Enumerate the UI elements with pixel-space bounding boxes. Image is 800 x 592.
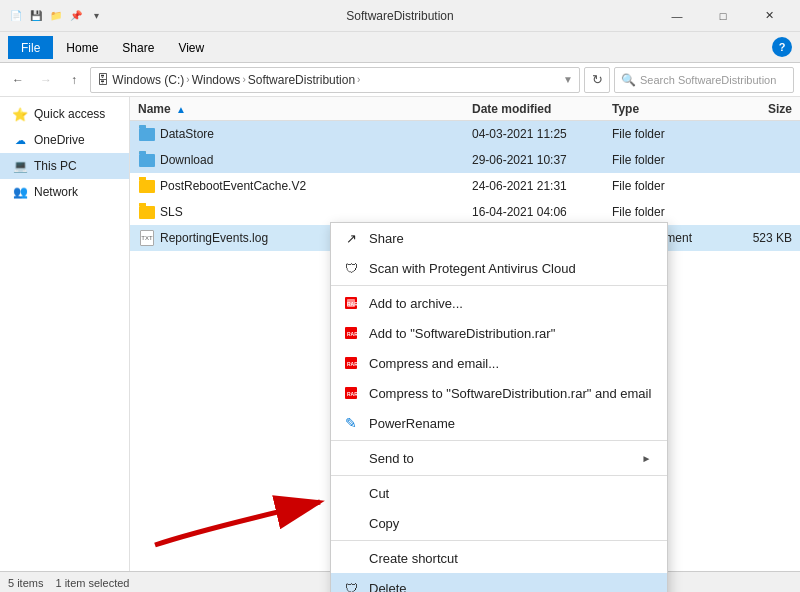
file-size: 523 KB (722, 231, 792, 245)
sidebar-label-quick-access: Quick access (34, 107, 105, 121)
ctx-create-shortcut[interactable]: Create shortcut (331, 543, 667, 573)
sidebar-label-this-pc: This PC (34, 159, 77, 173)
title-bar: 📄 💾 📁 📌 ▾ SoftwareDistribution — □ ✕ (0, 0, 800, 32)
sidebar-item-this-pc[interactable]: 💻 This PC (0, 153, 129, 179)
archive-icon: RAR (341, 293, 361, 313)
sidebar-item-network[interactable]: 👥 Network (0, 179, 129, 205)
powerrename-icon: ✎ (341, 413, 361, 433)
forward-button[interactable]: → (34, 68, 58, 92)
file-date: 04-03-2021 11:25 (472, 127, 612, 141)
ctx-powerrename-label: PowerRename (369, 416, 651, 431)
file-type: File folder (612, 153, 722, 167)
tab-file[interactable]: File (8, 36, 53, 59)
ctx-delete[interactable]: 🛡 Delete (331, 573, 667, 592)
sidebar: ⭐ Quick access ☁ OneDrive 💻 This PC 👥 Ne… (0, 97, 130, 571)
ribbon: File Home Share View ? (0, 32, 800, 63)
network-icon: 👥 (12, 184, 28, 200)
star-icon: ⭐ (12, 106, 28, 122)
col-header-date[interactable]: Date modified (472, 102, 612, 116)
refresh-button[interactable]: ↻ (584, 67, 610, 93)
ctx-copy[interactable]: Copy (331, 508, 667, 538)
compress-email-icon: RAR (341, 353, 361, 373)
file-type: File folder (612, 179, 722, 193)
item-count: 5 items (8, 577, 43, 589)
svg-text:RAR: RAR (347, 331, 358, 337)
breadcrumb: 🗄 Windows (C:) › Windows › SoftwareDistr… (97, 73, 360, 87)
shortcut-icon (341, 548, 361, 568)
ctx-add-rar-label: Add to "SoftwareDistribution.rar" (369, 326, 651, 341)
copy-icon (341, 513, 361, 533)
folder-icon (138, 177, 156, 195)
ctx-compress-email[interactable]: RAR Compress and email... (331, 348, 667, 378)
ctx-sep-3 (331, 475, 667, 476)
pc-icon: 💻 (12, 158, 28, 174)
file-name: SLS (160, 205, 472, 219)
share-icon: ↗ (341, 228, 361, 248)
ctx-copy-label: Copy (369, 516, 651, 531)
back-button[interactable]: ← (6, 68, 30, 92)
ctx-sep-4 (331, 540, 667, 541)
file-type: File folder (612, 205, 722, 219)
ctx-powerrename[interactable]: ✎ PowerRename (331, 408, 667, 438)
table-row[interactable]: Download 29-06-2021 10:37 File folder (130, 147, 800, 173)
txt-file-icon: TXT (138, 229, 156, 247)
ctx-scan[interactable]: 🛡 Scan with Protegent Antivirus Cloud (331, 253, 667, 283)
sort-indicator: ▲ (176, 104, 186, 115)
ctx-share-label: Share (369, 231, 651, 246)
address-dropdown-icon[interactable]: ▼ (563, 74, 573, 85)
address-row: ← → ↑ 🗄 Windows (C:) › Windows › Softwar… (0, 63, 800, 97)
table-row[interactable]: DataStore 04-03-2021 11:25 File folder (130, 121, 800, 147)
folder-icon (138, 125, 156, 143)
window-controls[interactable]: — □ ✕ (654, 0, 792, 32)
ctx-compress-rar-email[interactable]: RAR Compress to "SoftwareDistribution.ra… (331, 378, 667, 408)
sidebar-label-onedrive: OneDrive (34, 133, 85, 147)
col-header-name[interactable]: Name ▲ (138, 102, 472, 116)
ctx-create-shortcut-label: Create shortcut (369, 551, 651, 566)
selected-text: 1 item selected (55, 577, 129, 589)
sendto-icon (341, 448, 361, 468)
col-header-type[interactable]: Type (612, 102, 722, 116)
svg-text:RAR: RAR (347, 391, 358, 397)
ctx-delete-label: Delete (369, 581, 651, 593)
compress-rar-email-icon: RAR (341, 383, 361, 403)
ctx-cut[interactable]: Cut (331, 478, 667, 508)
title-bar-icon-group: 📄 💾 📁 📌 ▾ (8, 8, 104, 24)
title-dropdown-icon: ▾ (88, 8, 104, 24)
close-button[interactable]: ✕ (746, 0, 792, 32)
tab-share[interactable]: Share (111, 36, 165, 59)
tab-home[interactable]: Home (55, 36, 109, 59)
ctx-sep-2 (331, 440, 667, 441)
file-header: Name ▲ Date modified Type Size (130, 97, 800, 121)
sidebar-item-onedrive[interactable]: ☁ OneDrive (0, 127, 129, 153)
breadcrumb-sep-3: › (357, 74, 360, 85)
file-name: Download (160, 153, 472, 167)
search-icon: 🔍 (621, 73, 636, 87)
ctx-add-archive[interactable]: RAR Add to archive... (331, 288, 667, 318)
up-button[interactable]: ↑ (62, 68, 86, 92)
file-date: 16-04-2021 04:06 (472, 205, 612, 219)
ctx-add-rar[interactable]: RAR Add to "SoftwareDistribution.rar" (331, 318, 667, 348)
ctx-sep-1 (331, 285, 667, 286)
title-icon-folder: 📁 (48, 8, 64, 24)
ctx-compress-email-label: Compress and email... (369, 356, 651, 371)
antivirus-icon: 🛡 (341, 258, 361, 278)
maximize-button[interactable]: □ (700, 0, 746, 32)
breadcrumb-sep-2: › (242, 74, 245, 85)
sidebar-item-quick-access[interactable]: ⭐ Quick access (0, 101, 129, 127)
context-menu: ↗ Share 🛡 Scan with Protegent Antivirus … (330, 222, 668, 592)
ctx-sendto-label: Send to (369, 451, 633, 466)
search-box[interactable]: 🔍 Search SoftwareDistribution (614, 67, 794, 93)
col-header-size[interactable]: Size (722, 102, 792, 116)
minimize-button[interactable]: — (654, 0, 700, 32)
ctx-share[interactable]: ↗ Share (331, 223, 667, 253)
help-button[interactable]: ? (772, 37, 792, 57)
submenu-arrow: ► (641, 453, 651, 464)
ctx-add-archive-label: Add to archive... (369, 296, 651, 311)
address-bar[interactable]: 🗄 Windows (C:) › Windows › SoftwareDistr… (90, 67, 580, 93)
tab-view[interactable]: View (167, 36, 215, 59)
file-date: 29-06-2021 10:37 (472, 153, 612, 167)
table-row[interactable]: PostRebootEventCache.V2 24-06-2021 21:31… (130, 173, 800, 199)
ribbon-tabs: File Home Share View ? (0, 32, 800, 62)
cloud-icon: ☁ (12, 132, 28, 148)
ctx-sendto[interactable]: Send to ► (331, 443, 667, 473)
